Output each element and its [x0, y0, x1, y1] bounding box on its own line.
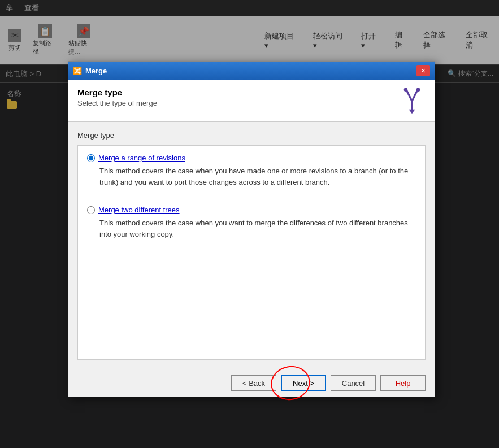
next-button-wrapper: Next > — [281, 375, 326, 391]
merge-options-box: Merge a range of revisions This method c… — [77, 145, 426, 360]
dialog-header-title: Merge type — [77, 88, 157, 97]
cancel-button[interactable]: Cancel — [331, 375, 376, 391]
merge-option-2-row: Merge two different trees — [87, 206, 416, 214]
dialog-header-text: Merge type Select the type of merge — [77, 88, 157, 107]
merge-option-1-label[interactable]: Merge a range of revisions — [98, 154, 185, 162]
dialog-close-button[interactable]: × — [416, 65, 430, 76]
dialog-header-subtitle: Select the type of merge — [77, 99, 157, 107]
merge-option-2-label[interactable]: Merge two different trees — [98, 206, 180, 214]
merge-title-icon: 🔀 — [73, 66, 82, 75]
dialog-header: Merge type Select the type of merge — [68, 80, 435, 122]
help-button[interactable]: Help — [380, 375, 426, 391]
dialog-body: Merge type Merge a range of revisions Th… — [68, 122, 435, 369]
option-separator — [87, 194, 416, 206]
merge-option-1-row: Merge a range of revisions — [87, 154, 416, 162]
merge-option-1-desc: This method covers the case when you hav… — [99, 166, 416, 188]
dialog-footer: < Back Next > Cancel Help — [68, 369, 435, 397]
next-button[interactable]: Next > — [281, 375, 326, 391]
svg-point-6 — [416, 88, 420, 91]
dialog-title-text: Merge — [85, 67, 107, 75]
dialog-titlebar: 🔀 Merge × — [68, 62, 435, 80]
merge-option-1-radio[interactable] — [87, 154, 95, 162]
dialog-title-left: 🔀 Merge — [73, 66, 107, 75]
svg-marker-4 — [409, 110, 415, 114]
merge-dialog: 🔀 Merge × Merge type Select the type of … — [68, 61, 435, 397]
merge-option-2-desc: This method covers the case when you wan… — [99, 218, 416, 240]
merge-option-1: Merge a range of revisions This method c… — [87, 154, 416, 188]
dialog-header-icon — [398, 88, 426, 115]
merge-option-2-radio[interactable] — [87, 206, 95, 214]
svg-text:🔀: 🔀 — [73, 66, 82, 75]
merge-option-2: Merge two different trees This method co… — [87, 206, 416, 240]
back-button[interactable]: < Back — [231, 375, 276, 391]
merge-type-section-label: Merge type — [77, 131, 426, 140]
svg-point-5 — [404, 88, 407, 91]
